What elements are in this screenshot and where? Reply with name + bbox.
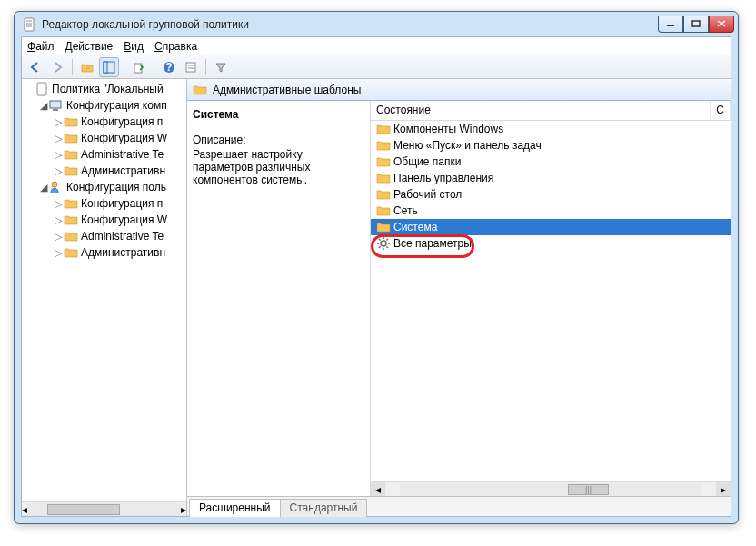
tree-root[interactable]: Политика "Локальный [22, 81, 186, 97]
folder-icon [64, 213, 78, 227]
tab-standard[interactable]: Стандартный [280, 499, 368, 517]
menu-action[interactable]: Действие [65, 40, 114, 53]
tree-item[interactable]: ▷Administrative Te [22, 146, 186, 163]
titlebar[interactable]: Редактор локальной групповой политики [15, 12, 738, 36]
thumb-grip: ||| [569, 485, 608, 494]
list-item[interactable]: Сеть [371, 203, 731, 219]
tree-item[interactable]: ▷Административн [22, 163, 186, 179]
column-c[interactable]: С [711, 101, 731, 120]
menu-file[interactable]: Файл [27, 40, 55, 53]
list-item-label: Панель управления [393, 172, 493, 184]
detail-pane: Система Описание: Разрешает настройку па… [187, 101, 371, 496]
list-item-label: Общие папки [393, 155, 461, 168]
close-button[interactable] [709, 16, 734, 33]
scroll-thumb[interactable] [47, 504, 120, 515]
expand-icon[interactable]: ▷ [53, 149, 64, 161]
policy-icon [35, 82, 49, 96]
export-button[interactable] [129, 57, 149, 77]
folder-icon [64, 114, 78, 129]
forward-button[interactable] [47, 57, 67, 77]
tree-label: Конфигурация W [81, 213, 167, 226]
tree-item[interactable]: ▷Конфигурация п [22, 114, 186, 130]
folder-icon [376, 204, 391, 218]
list-item[interactable]: Меню «Пуск» и панель задач [371, 137, 731, 154]
menu-view[interactable]: Вид [124, 40, 144, 53]
scroll-left-icon[interactable]: ◂ [371, 482, 385, 497]
list-item-label: Рабочий стол [393, 188, 462, 201]
help-button[interactable]: ? [159, 57, 179, 77]
svg-rect-17 [50, 101, 61, 108]
expand-icon[interactable]: ▷ [53, 198, 64, 210]
svg-point-19 [52, 182, 57, 187]
menubar: Файл Действие Вид Справка [22, 37, 731, 55]
properties-button[interactable] [181, 57, 201, 77]
svg-point-20 [381, 241, 386, 246]
app-icon [22, 17, 36, 32]
folder-icon [64, 164, 78, 178]
list-item[interactable]: Общие папки [371, 154, 731, 170]
collapse-icon[interactable]: ◢ [38, 182, 49, 194]
list-item[interactable]: Система [371, 219, 731, 235]
tab-extended[interactable]: Расширенный [189, 499, 281, 517]
separator [124, 59, 124, 75]
svg-rect-0 [25, 18, 34, 31]
list-item-label: Меню «Пуск» и панель задач [393, 139, 542, 152]
scroll-right-icon[interactable]: ▸ [181, 503, 186, 516]
list-item[interactable]: Панель управления [371, 170, 731, 186]
window-controls [658, 16, 734, 33]
svg-rect-9 [104, 62, 107, 73]
tree-label: Administrative Te [81, 148, 164, 161]
window-frame: Редактор локальной групповой политики Фа… [14, 11, 739, 524]
tree-label: Административн [81, 246, 165, 259]
list-item[interactable]: Все параметры [371, 235, 731, 252]
minimize-button[interactable] [658, 16, 683, 33]
svg-text:?: ? [165, 61, 172, 74]
tree-label: Administrative Te [81, 230, 164, 243]
filter-button[interactable] [211, 57, 231, 77]
list-scrollbar[interactable]: ◂ ||| ▸ [371, 481, 731, 496]
window-title: Редактор локальной групповой политики [42, 18, 658, 31]
tree-scrollbar[interactable]: ◂ ▸ [22, 501, 186, 516]
folder-icon [64, 147, 78, 162]
expand-icon[interactable]: ▷ [53, 214, 64, 226]
list-item[interactable]: Компоненты Windows [371, 121, 731, 137]
column-state[interactable]: Состояние [371, 101, 711, 120]
up-folder-button[interactable] [77, 57, 97, 77]
expand-icon[interactable]: ▷ [53, 116, 64, 128]
folder-icon [376, 171, 391, 185]
tree-item[interactable]: ▷Конфигурация W [22, 130, 186, 146]
tree-item[interactable]: ▷Конфигурация п [22, 195, 186, 212]
expand-icon[interactable]: ▷ [53, 133, 64, 144]
folder-icon [376, 220, 391, 234]
tree-item[interactable]: ▷Administrative Te [22, 228, 186, 244]
back-button[interactable] [25, 57, 45, 77]
list-item[interactable]: Рабочий стол [371, 186, 731, 203]
right-pane: Административные шаблоны Система Описани… [187, 79, 731, 516]
scroll-right-icon[interactable]: ▸ [716, 482, 731, 497]
expand-icon[interactable]: ▷ [53, 247, 64, 259]
show-tree-button[interactable] [99, 57, 119, 77]
svg-rect-16 [37, 83, 46, 95]
expand-icon[interactable]: ▷ [53, 165, 64, 177]
tree-item[interactable]: ▷Административн [22, 244, 186, 261]
scroll-thumb[interactable]: ||| [568, 484, 609, 495]
tree-computer-config[interactable]: ◢ Конфигурация комп [22, 97, 186, 114]
maximize-button[interactable] [683, 16, 709, 33]
tree-label: Конфигурация W [81, 132, 167, 144]
tree-pane[interactable]: Политика "Локальный ◢ Конфигурация комп … [22, 79, 187, 516]
folder-icon [64, 196, 78, 211]
tree-item[interactable]: ▷Конфигурация W [22, 212, 186, 228]
tree-user-config[interactable]: ◢ Конфигурация поль [22, 179, 186, 195]
list-header[interactable]: Состояние С [371, 101, 731, 121]
expand-icon[interactable]: ▷ [53, 231, 64, 243]
collapse-icon[interactable]: ◢ [38, 100, 49, 112]
list-body[interactable]: Компоненты WindowsМеню «Пуск» и панель з… [371, 121, 731, 481]
detail-desc-text: Разрешает настройку параметров различных… [193, 148, 364, 186]
list-item-label: Компоненты Windows [393, 123, 503, 135]
list-item-label: Система [393, 221, 437, 233]
view-tabs: Расширенный Стандартный [187, 496, 731, 516]
folder-icon [376, 138, 391, 153]
menu-help[interactable]: Справка [154, 40, 197, 53]
detail-desc-label: Описание: [193, 134, 364, 146]
folder-icon [376, 154, 391, 169]
